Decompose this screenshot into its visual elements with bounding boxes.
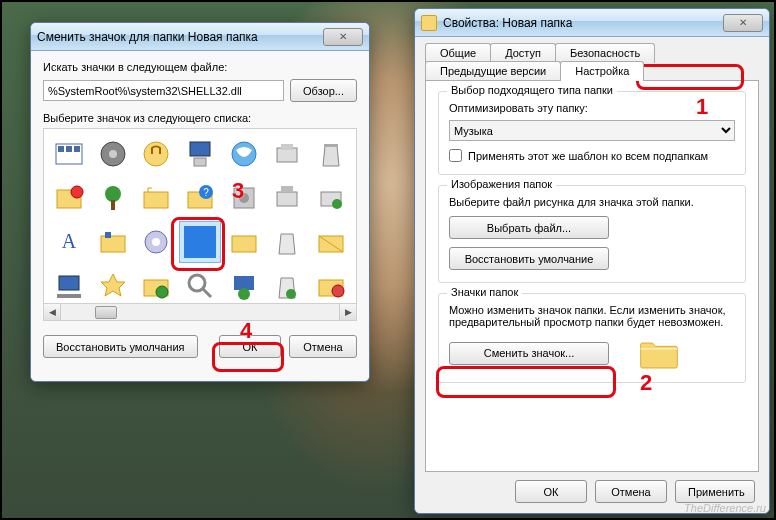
change-icon-dialog: Сменить значок для папки Новая папка ✕ И… [30, 22, 370, 382]
properties-body: Общие Доступ Безопасность Предыдущие вер… [415, 37, 769, 513]
scroll-left-button[interactable]: ◀ [44, 304, 61, 320]
tab-sharing[interactable]: Доступ [490, 43, 556, 63]
select-icon-label: Выберите значок из следующего списка: [43, 112, 357, 124]
svg-rect-17 [144, 192, 168, 208]
icon-item[interactable] [267, 265, 309, 307]
ok-button[interactable]: ОК [515, 480, 587, 503]
restore-image-button[interactable]: Восстановить умолчание [449, 247, 609, 270]
icon-item[interactable] [223, 133, 265, 175]
tabs-row-1: Общие Доступ Безопасность [425, 43, 759, 62]
browse-button[interactable]: Обзор... [290, 79, 357, 102]
svg-rect-11 [281, 144, 293, 150]
svg-line-38 [203, 289, 211, 297]
svg-rect-1 [58, 146, 64, 152]
icon-item[interactable]: A [48, 221, 90, 263]
change-icon-titlebar[interactable]: Сменить значок для папки Новая папка ✕ [31, 23, 369, 51]
svg-point-30 [152, 238, 160, 246]
icon-item[interactable] [179, 265, 221, 307]
change-icon-body: Искать значки в следующем файле: Обзор..… [31, 51, 369, 381]
svg-text:A: A [62, 230, 77, 252]
svg-point-14 [71, 186, 83, 198]
tab-previous-versions[interactable]: Предыдущие версии [425, 61, 561, 81]
choose-file-button[interactable]: Выбрать файл... [449, 216, 609, 239]
svg-rect-16 [111, 200, 115, 210]
tab-customize[interactable]: Настройка [560, 61, 644, 81]
svg-rect-7 [190, 142, 210, 156]
icon-path-input[interactable] [43, 80, 284, 101]
cancel-button[interactable]: Отмена [289, 335, 357, 358]
scroll-thumb[interactable] [95, 306, 117, 319]
svg-rect-8 [194, 158, 206, 166]
svg-point-41 [286, 289, 296, 299]
group-folder-images: Изображения папок Выберите файл рисунка … [438, 185, 746, 283]
icon-item-selected[interactable] [179, 221, 221, 263]
optimize-label: Оптимизировать эту папку: [449, 102, 735, 114]
tab-security[interactable]: Безопасность [555, 43, 655, 63]
properties-title: Свойства: Новая папка [443, 16, 572, 30]
group-folder-icons-legend: Значки папок [447, 286, 522, 298]
svg-point-43 [332, 285, 344, 297]
folder-icons-hint-1: Можно изменить значок папки. Если измени… [449, 304, 735, 316]
icon-item[interactable] [267, 133, 309, 175]
icon-item[interactable] [135, 221, 177, 263]
icon-item[interactable] [135, 265, 177, 307]
tab-general[interactable]: Общие [425, 43, 491, 63]
icon-item[interactable] [267, 221, 309, 263]
folder-images-hint: Выберите файл рисунка для значка этой па… [449, 196, 735, 208]
optimize-select[interactable]: Музыка [449, 120, 735, 141]
tabs-row-2: Предыдущие версии Настройка [425, 61, 759, 80]
svg-rect-3 [74, 146, 80, 152]
group-folder-images-legend: Изображения папок [447, 178, 556, 190]
svg-point-37 [189, 275, 205, 291]
search-label: Искать значки в следующем файле: [43, 61, 357, 73]
apply-subfolders-label: Применять этот же шаблон ко всем подпапк… [468, 150, 708, 162]
svg-rect-27 [101, 236, 125, 252]
icon-item[interactable] [92, 133, 134, 175]
svg-rect-2 [66, 146, 72, 152]
properties-titlebar[interactable]: Свойства: Новая папка ✕ [415, 9, 769, 37]
group-folder-icons: Значки папок Можно изменить значок папки… [438, 293, 746, 383]
icon-item[interactable] [179, 133, 221, 175]
close-button[interactable]: ✕ [723, 14, 763, 32]
icon-item[interactable] [92, 221, 134, 263]
tab-panel-customize: Выбор подходящего типа папки Оптимизиров… [425, 80, 759, 472]
scroll-right-button[interactable]: ▶ [339, 304, 356, 320]
icon-item[interactable] [267, 177, 309, 219]
icon-item[interactable] [48, 133, 90, 175]
apply-subfolders-checkbox[interactable]: Применять этот же шаблон ко всем подпапк… [449, 149, 735, 162]
icon-item[interactable] [223, 221, 265, 263]
apply-button[interactable]: Применить [675, 480, 755, 503]
icon-item[interactable] [223, 265, 265, 307]
icon-item[interactable] [48, 177, 90, 219]
icon-item[interactable] [135, 177, 177, 219]
svg-text:?: ? [203, 187, 209, 198]
change-icon-button[interactable]: Сменить значок... [449, 342, 609, 365]
icon-item[interactable] [48, 265, 90, 307]
svg-point-15 [105, 186, 121, 202]
folder-preview-icon [639, 336, 679, 370]
folder-icon [421, 15, 437, 31]
cancel-button[interactable]: Отмена [595, 480, 667, 503]
icon-item[interactable] [310, 133, 352, 175]
svg-rect-39 [234, 276, 254, 290]
restore-defaults-button[interactable]: Восстановить умолчания [43, 335, 198, 358]
svg-point-25 [332, 199, 342, 209]
callout-num-1: 1 [696, 94, 708, 120]
properties-window: Свойства: Новая папка ✕ Общие Доступ Без… [414, 8, 770, 514]
icon-item[interactable] [310, 265, 352, 307]
icon-item[interactable] [92, 265, 134, 307]
apply-subfolders-input[interactable] [449, 149, 462, 162]
svg-point-36 [156, 286, 168, 298]
icon-item[interactable]: ? [179, 177, 221, 219]
folder-icons-hint-2: предварительный просмотр папки будет нев… [449, 316, 735, 328]
icon-item[interactable] [135, 133, 177, 175]
icon-item[interactable] [92, 177, 134, 219]
close-button[interactable]: ✕ [323, 28, 363, 46]
svg-rect-33 [59, 276, 79, 290]
icon-grid[interactable]: ? A [43, 128, 357, 304]
icon-item[interactable] [310, 177, 352, 219]
properties-dialog-buttons: ОК Отмена Применить [425, 472, 759, 503]
icon-grid-scrollbar[interactable]: ◀ ▶ [43, 304, 357, 321]
icon-item[interactable] [310, 221, 352, 263]
change-icon-title: Сменить значок для папки Новая папка [37, 30, 258, 44]
